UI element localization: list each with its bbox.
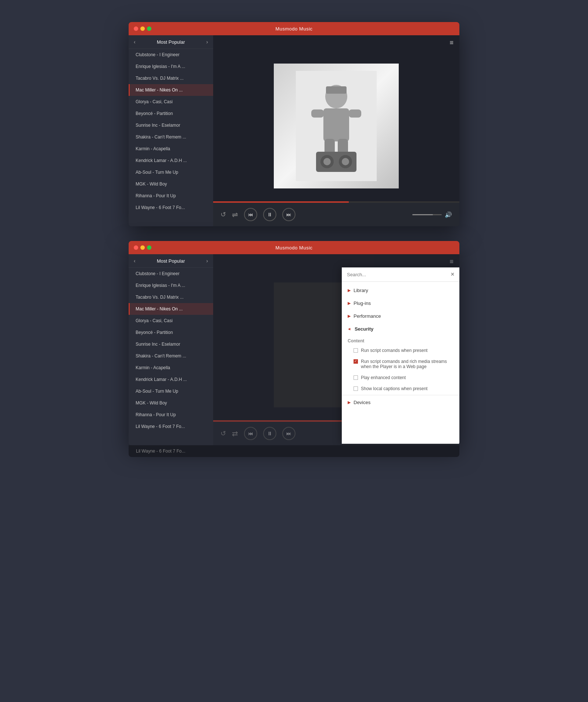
track-item-6[interactable]: Beyoncé - Partition <box>129 108 213 119</box>
settings-item-library[interactable]: ▶ Library <box>342 284 459 297</box>
next-button-1[interactable]: ⏭ <box>282 208 295 221</box>
track-item-2-7[interactable]: Sunrise Inc - Eselamor <box>129 338 213 350</box>
settings-header: × <box>342 267 459 282</box>
settings-item-devices[interactable]: ▶ Devices <box>342 396 459 409</box>
settings-search-input[interactable] <box>347 272 451 277</box>
track-item-2-3[interactable]: Tacabro Vs. DJ Matrix ... <box>129 291 213 303</box>
settings-content-label: Content <box>342 335 459 345</box>
svg-point-14 <box>342 158 349 165</box>
repeat-icon-2[interactable]: ↺ <box>220 429 226 438</box>
pause-button-2[interactable]: ⏸ <box>263 427 276 440</box>
track-item-2-5[interactable]: Glorya - Casi, Casi <box>129 315 213 327</box>
settings-sub-playenhanced[interactable]: Play enhanced content <box>342 372 459 383</box>
svg-rect-4 <box>311 109 324 118</box>
track-item-1[interactable]: Clubstone - I Engineer <box>129 49 213 61</box>
main-toolbar-1: ≡ <box>213 35 459 50</box>
track-item-12[interactable]: MGK - Wild Boy <box>129 178 213 190</box>
volume-bar-1[interactable] <box>412 214 442 215</box>
nav-prev-1[interactable]: ‹ <box>134 39 136 45</box>
track-item-2[interactable]: Enrique Iglesias - I'm A ... <box>129 61 213 72</box>
playenhanced-label: Play enhanced content <box>361 375 406 380</box>
maximize-dot-2[interactable] <box>147 245 151 250</box>
track-item-4[interactable]: Mac Miller - Nikes On ... <box>129 84 213 96</box>
minimize-dot[interactable] <box>140 26 145 31</box>
localcaptions-checkbox[interactable] <box>354 386 358 391</box>
security-arrow-icon: ▼ <box>347 327 352 331</box>
settings-close-button[interactable]: × <box>451 271 454 278</box>
settings-sub-runscript[interactable]: Run script comands when present <box>342 345 459 356</box>
close-dot[interactable] <box>134 26 138 31</box>
track-item-5[interactable]: Glorya - Casi, Casi <box>129 96 213 108</box>
minimize-dot-2[interactable] <box>140 245 145 250</box>
settings-devices-label: Devices <box>354 400 370 405</box>
status-text: Lil Wayne - 6 Foot 7 Fo... <box>136 449 185 454</box>
track-item-14[interactable]: Lil Wayne - 6 Foot 7 Fo... <box>129 202 213 213</box>
svg-rect-5 <box>349 109 361 118</box>
track-item-10[interactable]: Kendrick Lamar - A.D.H ... <box>129 155 213 166</box>
artist-image-1 <box>296 71 377 181</box>
app-title-2: Musmodo Music <box>275 245 312 251</box>
runscript-rich-label: Run script comands and rich media stream… <box>361 359 453 369</box>
runscript-checkbox[interactable] <box>354 348 358 353</box>
nav-next-2[interactable]: › <box>206 258 208 264</box>
menu-icon-1[interactable]: ≡ <box>449 39 453 47</box>
shuffle-icon-2[interactable]: ⇄ <box>232 429 238 438</box>
settings-library-label: Library <box>354 288 368 293</box>
svg-point-13 <box>323 158 331 165</box>
track-item-2-9[interactable]: Karmin - Acapella <box>129 362 213 374</box>
track-item-2-2[interactable]: Enrique Iglesias - I'm A ... <box>129 280 213 291</box>
settings-sub-runscript-rich[interactable]: Run script comands and rich media stream… <box>342 356 459 372</box>
track-item-2-13[interactable]: Rihanna - Pour It Up <box>129 409 213 421</box>
performance-arrow-icon: ▶ <box>348 314 351 318</box>
track-item-9[interactable]: Karmin - Acapella <box>129 143 213 155</box>
nav-prev-2[interactable]: ‹ <box>134 258 136 264</box>
settings-sub-localcaptions[interactable]: Show local captions when present <box>342 383 459 394</box>
track-item-2-1[interactable]: Clubstone - I Engineer <box>129 268 213 280</box>
track-item-2-10[interactable]: Kendrick Lamar - A.D.H ... <box>129 374 213 385</box>
volume-fill-1 <box>412 214 433 215</box>
track-item-3[interactable]: Tacabro Vs. DJ Matrix ... <box>129 72 213 84</box>
titlebar-2: Musmodo Music <box>129 241 459 254</box>
volume-icon-1[interactable]: 🔊 <box>445 211 452 218</box>
playenhanced-checkbox[interactable] <box>354 375 358 380</box>
repeat-icon-1[interactable]: ↺ <box>220 210 226 219</box>
track-item-2-6[interactable]: Beyoncé - Partition <box>129 327 213 338</box>
settings-plugins-label: Plug-ins <box>354 300 371 306</box>
track-item-13[interactable]: Rihanna - Pour It Up <box>129 190 213 202</box>
prev-button-2[interactable]: ⏮ <box>244 427 257 440</box>
settings-list: ▶ Library ▶ Plug-ins ▶ Performance ▼ Sec… <box>342 282 459 444</box>
track-item-2-4[interactable]: Mac Miller - Nikes On ... <box>129 303 213 315</box>
track-item-2-11[interactable]: Ab-Soul - Turn Me Up <box>129 385 213 397</box>
settings-item-plugins[interactable]: ▶ Plug-ins <box>342 297 459 310</box>
track-item-2-12[interactable]: MGK - Wild Boy <box>129 397 213 409</box>
album-art-placeholder-1 <box>274 64 399 188</box>
progress-bar-1[interactable] <box>213 201 459 203</box>
track-item-2-8[interactable]: Shakira - Can't Remem ... <box>129 350 213 362</box>
close-dot-2[interactable] <box>134 245 138 250</box>
shuffle-icon-1[interactable]: ⇌ <box>232 210 238 219</box>
prev-button-1[interactable]: ⏮ <box>244 208 257 221</box>
track-item-7[interactable]: Sunrise Inc - Eselamor <box>129 119 213 131</box>
settings-item-security[interactable]: ▼ Security <box>342 323 459 335</box>
maximize-dot[interactable] <box>147 26 151 31</box>
settings-security-label: Security <box>355 326 373 332</box>
menu-icon-2[interactable]: ≡ <box>449 258 453 266</box>
titlebar-1: Musmodo Music <box>129 22 459 35</box>
track-item-8[interactable]: Shakira - Can't Remem ... <box>129 131 213 143</box>
pause-button-1[interactable]: ⏸ <box>263 208 276 221</box>
status-bar: Lil Wayne - 6 Foot 7 Fo... <box>129 445 459 457</box>
sidebar-2: ‹ Most Popular › Clubstone - I Engineer … <box>129 254 213 445</box>
track-item-11[interactable]: Ab-Soul - Turn Me Up <box>129 166 213 178</box>
library-arrow-icon: ▶ <box>348 288 351 293</box>
nav-next-1[interactable]: › <box>206 39 208 45</box>
settings-item-performance[interactable]: ▶ Performance <box>342 310 459 323</box>
player-controls-1: ↺ ⇌ ⏮ ⏸ ⏭ 🔊 <box>213 203 459 226</box>
window-controls-2 <box>134 245 151 250</box>
svg-rect-2 <box>326 86 347 94</box>
sidebar-nav-2: ‹ Most Popular › <box>129 254 213 268</box>
sidebar-1: ‹ Most Popular › Clubstone - I Engineer … <box>129 35 213 226</box>
localcaptions-label: Show local captions when present <box>361 386 427 391</box>
track-item-2-14[interactable]: Lil Wayne - 6 Foot 7 Fo... <box>129 421 213 432</box>
next-button-2[interactable]: ⏭ <box>282 427 295 440</box>
runscript-rich-checkbox[interactable] <box>354 359 358 364</box>
